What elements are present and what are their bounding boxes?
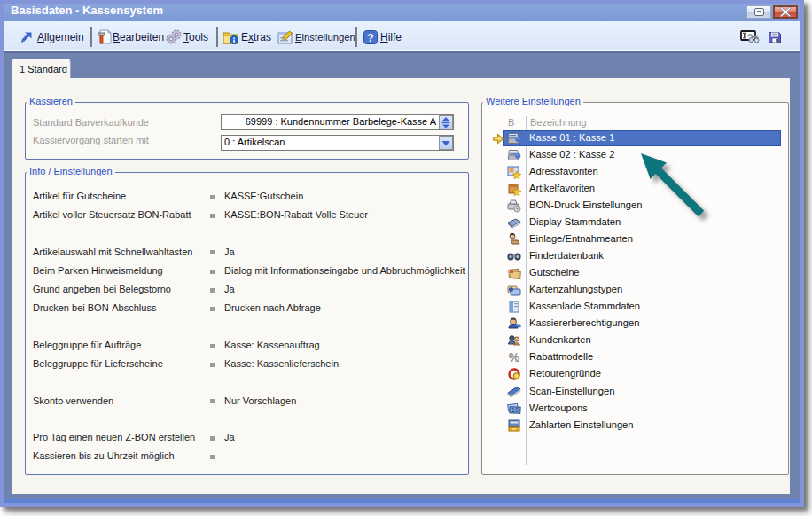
svg-text:?: ? <box>367 32 373 44</box>
svg-text:10: 10 <box>511 407 519 413</box>
svg-text:%: % <box>509 350 520 364</box>
